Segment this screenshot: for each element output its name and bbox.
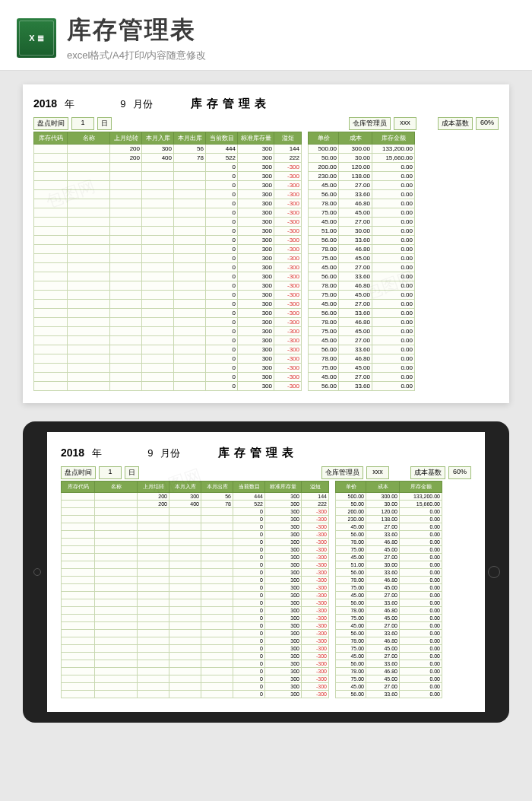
table-row: 78.0046.800.00: [309, 281, 415, 291]
col-header: 溢短: [302, 482, 329, 493]
table-row: 45.0027.000.00: [309, 218, 415, 227]
table-row: 56.0033.600.00: [309, 345, 415, 354]
table-row: 78.0046.800.00: [336, 539, 442, 546]
table-row: 230.00138.000.00: [309, 172, 415, 181]
table-row: 56.0033.600.00: [336, 569, 442, 577]
table-row: 0300-300: [62, 531, 329, 539]
day-label: 日: [125, 466, 139, 479]
col-header: 标准库存量: [265, 482, 302, 493]
col-header: 库存金额: [372, 132, 415, 145]
table-row: 20030056444300144: [62, 493, 329, 501]
banner: X ≣ 库存管理表 excel格式/A4打印/内容随意修改: [0, 0, 532, 71]
mgr-value: xxx: [366, 466, 389, 479]
year: 2018: [33, 97, 57, 110]
pct-value: 60%: [476, 117, 499, 130]
table-row: 0300-300: [62, 561, 329, 569]
banner-title: 库存管理表: [67, 14, 206, 47]
table-row: 0300-300: [62, 675, 329, 683]
table-row: 0300-300: [62, 683, 329, 691]
col-header: 名称: [68, 132, 110, 145]
table-row: 56.0033.600.00: [309, 309, 415, 318]
month: 9: [147, 447, 153, 459]
mgr-label: 仓库管理员: [321, 466, 363, 479]
table-row: 0300-300: [34, 318, 302, 327]
col-header: 库存代码: [34, 132, 68, 145]
table-row: 45.0027.000.00: [336, 592, 442, 599]
table-row: 45.0027.000.00: [309, 336, 415, 345]
table-row: 45.0027.000.00: [309, 373, 415, 382]
table-row: 75.0045.000.00: [336, 615, 442, 622]
table-row: 0300-300: [34, 245, 302, 254]
col-header: 本月入库: [142, 132, 174, 145]
col-header: 本月入库: [169, 482, 201, 493]
table-row: 0300-300: [62, 653, 329, 660]
month: 9: [120, 98, 125, 110]
table-row: 0300-300: [62, 691, 329, 698]
table-row: 56.0033.600.00: [309, 382, 415, 391]
table-row: 56.0033.600.00: [336, 691, 442, 698]
mgr-value: xxx: [394, 117, 416, 130]
table-row: 45.0027.000.00: [336, 622, 442, 630]
table-row: 78.0046.800.00: [309, 245, 415, 254]
inventory-table: 库存代码名称上月结转本月入库本月出库当前数目标准库存量溢短20030056444…: [61, 481, 329, 698]
col-header: 成本: [339, 132, 372, 145]
table-row: 0300-300: [62, 508, 329, 516]
table-row: 0300-300: [34, 163, 302, 172]
col-header: 上月结转: [138, 482, 169, 493]
col-header: 库存代码: [62, 482, 95, 493]
table-row: 56.0033.600.00: [309, 236, 415, 245]
table-row: 0300-300: [34, 281, 302, 291]
table-row: 0300-300: [34, 227, 302, 236]
table-row: 75.0045.000.00: [309, 327, 415, 336]
table-row: 0300-300: [34, 373, 302, 382]
excel-icon: X ≣: [17, 18, 56, 58]
table-row: 0300-300: [62, 569, 329, 577]
table-row: 0300-300: [34, 354, 302, 364]
table-row: 50.0030.0015,660.00: [336, 501, 442, 508]
col-header: 当前数目: [233, 482, 265, 493]
table-row: 500.00300.00133,200.00: [336, 493, 442, 501]
col-header: 库存金额: [400, 482, 442, 493]
spreadsheet-preview: 2018 年 9 月份 库存管理表 盘点时间 1 日 仓库管理员 xxx 成本基…: [55, 440, 477, 704]
col-header: 本月出库: [174, 132, 206, 145]
table-row: 0300-300: [62, 584, 329, 592]
table-row: 51.0030.000.00: [309, 227, 415, 236]
table-row: 500.00300.00133,200.00: [309, 145, 415, 154]
table-row: 20030056444300144: [34, 145, 302, 154]
table-row: 45.0027.000.00: [336, 554, 442, 561]
sheet-title: 库存管理表: [191, 97, 271, 111]
table-row: 0300-300: [62, 622, 329, 630]
col-header: 溢短: [274, 132, 302, 145]
table-row: 56.0033.600.00: [336, 531, 442, 539]
table-row: 56.0033.600.00: [309, 272, 415, 281]
time-label: 盘点时间: [61, 466, 96, 479]
spreadsheet-preview: 2018 年 9 月份 库存管理表 盘点时间 1 日 仓库管理员 xxx 成本基…: [23, 84, 509, 403]
table-row: 45.0027.000.00: [309, 263, 415, 272]
table-row: 0300-300: [34, 300, 302, 309]
year: 2018: [61, 447, 84, 459]
table-row: 45.0027.000.00: [309, 300, 415, 309]
table-row: 45.0027.000.00: [309, 181, 415, 190]
table-row: 0300-300: [62, 660, 329, 668]
table-row: 56.0033.600.00: [336, 599, 442, 607]
table-row: 0300-300: [34, 327, 302, 336]
col-header: 单价: [309, 132, 339, 145]
table-row: 0300-300: [34, 291, 302, 300]
table-row: 20040078522300222: [62, 501, 329, 508]
table-row: 78.0046.800.00: [309, 199, 415, 208]
table-row: 0300-300: [34, 364, 302, 373]
table-row: 230.00138.000.00: [336, 516, 442, 523]
table-row: 0300-300: [62, 599, 329, 607]
table-row: 51.0030.000.00: [336, 561, 442, 569]
table-row: 0300-300: [34, 172, 302, 181]
table-row: 56.0033.600.00: [336, 630, 442, 637]
table-row: 0300-300: [34, 309, 302, 318]
col-header: 单价: [336, 482, 366, 493]
table-row: 50.0030.0015,660.00: [309, 154, 415, 163]
table-row: 0300-300: [62, 668, 329, 675]
table-row: 75.0045.000.00: [336, 546, 442, 554]
table-row: 0300-300: [34, 345, 302, 354]
table-row: 45.0027.000.00: [336, 683, 442, 691]
table-row: 0300-300: [62, 630, 329, 637]
table-row: 200.00120.000.00: [309, 163, 415, 172]
